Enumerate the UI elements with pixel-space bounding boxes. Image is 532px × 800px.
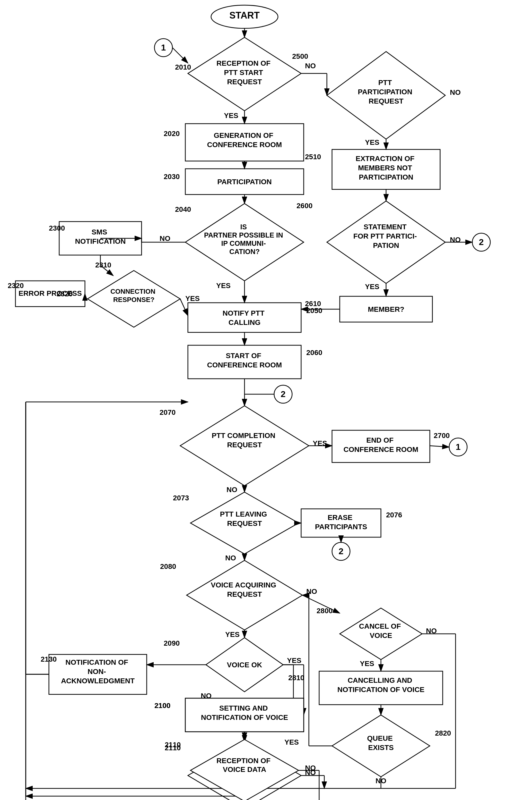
node-2090-id: 2090 <box>164 639 179 647</box>
node-2320-no: 2320 <box>57 290 73 298</box>
node-2700-id: 2700 <box>434 432 450 439</box>
node-2820-id: 2820 <box>435 729 451 737</box>
svg-line-2 <box>172 48 188 63</box>
node-2020-id: 2020 <box>164 130 179 138</box>
node-2040-yes: YES <box>216 281 231 290</box>
flowchart-diagram: START 1 RECEPTION OF PTT START REQUEST N… <box>0 0 532 800</box>
circle-2-2600-label: 2 <box>479 237 484 247</box>
node-2060-id: 2060 <box>306 349 322 357</box>
node-2600-id: 2600 <box>297 202 312 210</box>
node-2800-yes: YES <box>360 659 374 668</box>
circle-1-bottom-label: 1 <box>456 442 461 452</box>
node-2010-id: 2010 <box>175 63 191 71</box>
node-2030-id: 2030 <box>164 172 179 181</box>
node-2010-yes: YES <box>224 112 238 120</box>
node-2080-id: 2080 <box>160 562 176 570</box>
circle-2-mid-label: 2 <box>281 389 286 399</box>
circle-1-top-label: 1 <box>161 42 166 52</box>
node-2310-yes: YES <box>185 294 200 303</box>
node-2510-id: 2510 <box>305 153 321 161</box>
node-2500-no: NO <box>450 88 461 96</box>
node-2300-id: 2300 <box>49 224 65 232</box>
node-2800-id: 2800 <box>317 607 332 615</box>
node-2090-yes: YES <box>287 656 301 665</box>
node-2080-yes: YES <box>225 631 240 638</box>
start-label: START <box>229 10 260 21</box>
node-2040-no: NO <box>159 234 170 242</box>
node-2600-yes: YES <box>365 283 379 291</box>
node-2610-id: 2610 <box>305 299 321 308</box>
node-2080-no: NO <box>306 587 317 596</box>
node-2070-no: NO <box>227 486 237 494</box>
node-2110-id: 2110 <box>165 744 181 752</box>
node-2320-id: 2320 <box>8 281 24 290</box>
node-2040-id: 2040 <box>175 205 191 213</box>
node-2500-id: 2500 <box>292 52 308 60</box>
node-2073-no: NO <box>225 554 236 562</box>
node-2500-yes: YES <box>365 138 379 146</box>
node-2073-id: 2073 <box>173 494 189 502</box>
svg-line-28 <box>430 446 449 447</box>
node-2070-id: 2070 <box>159 408 175 416</box>
node-2810-id: 2810 <box>288 674 304 682</box>
node-2610-label: MEMBER? <box>368 305 404 313</box>
node-2100-id: 2100 <box>154 702 170 710</box>
node-2130-id: 2130 <box>41 655 57 663</box>
node-2076-id: 2076 <box>386 511 402 519</box>
node-2030-label: PARTICIPATION <box>217 178 272 186</box>
node-2010-no: NO <box>305 62 316 70</box>
node-2090-label: VOICE OK <box>227 661 262 669</box>
node-2820-yes: YES <box>284 738 299 746</box>
circle-2-after-2076-label: 2 <box>339 546 344 556</box>
node-2050-id: 2050 <box>306 307 322 314</box>
node-2510-label: EXTRACTION OF MEMBERS NOT PARTICIPATION <box>356 154 416 181</box>
node-2050 <box>188 303 301 332</box>
